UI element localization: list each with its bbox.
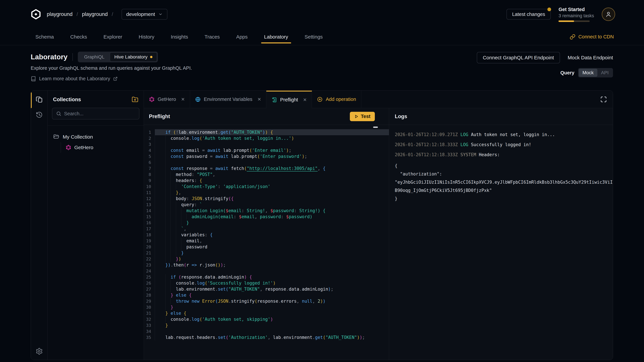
- log-timestamp: 2026-01-26T12:12:18.333Z: [395, 142, 460, 147]
- search-input[interactable]: [64, 111, 135, 116]
- code-line-4: 4 const email = await lab.prompt('Enter …: [144, 147, 389, 153]
- rail-settings-button[interactable]: [36, 348, 43, 355]
- nav-item-traces[interactable]: Traces: [204, 28, 221, 45]
- app-header: playground / playground / development La…: [0, 0, 644, 28]
- nav-item-history[interactable]: History: [138, 28, 155, 45]
- tab-label: GetHero: [158, 96, 176, 102]
- indent-guide: [165, 250, 166, 256]
- query-toggle-label: Query: [560, 70, 574, 76]
- get-started-widget[interactable]: Get Started 3 remaining tasks: [558, 7, 594, 22]
- nav-item-apps[interactable]: Apps: [235, 28, 248, 45]
- indent-guide: [170, 190, 171, 196]
- page-title: Laboratory: [31, 53, 68, 61]
- editor-title: Preflight: [149, 113, 170, 119]
- code-line-25: 25 if (response.data.adminLogin) {: [144, 274, 389, 280]
- code-line-22: 22 }): [144, 256, 389, 262]
- graphql-icon: [66, 145, 71, 150]
- code-line-9: 9 headers: {: [144, 177, 389, 184]
- indent-guide: [170, 256, 171, 262]
- nav-item-checks[interactable]: Checks: [69, 28, 88, 45]
- mock-endpoint-button[interactable]: Mock Data Endpoint: [568, 55, 613, 60]
- indent-guide: [165, 292, 166, 298]
- sidebar-rail: [31, 91, 48, 360]
- mode-option-graphiql[interactable]: GraphiQL: [79, 53, 110, 61]
- tab-preflight[interactable]: Preflight✕: [266, 91, 312, 108]
- code-line-20: 20 password: [144, 244, 389, 250]
- indent-guide: [165, 177, 166, 184]
- environment-select[interactable]: development: [122, 9, 168, 19]
- indent-guide: [170, 298, 171, 304]
- tab-gethero[interactable]: GetHero✕: [144, 91, 190, 108]
- indent-guide: [165, 208, 166, 214]
- indent-guide: [165, 165, 166, 171]
- connect-endpoint-button[interactable]: Connect GraphQL API Endpoint: [477, 52, 560, 63]
- page-subtitle: Explore your GraphQL schema and run quer…: [31, 65, 192, 71]
- line-number: 7: [144, 165, 155, 171]
- nav-item-laboratory[interactable]: Laboratory: [263, 28, 289, 45]
- tab-add-operation[interactable]: Add operation: [312, 91, 361, 108]
- collection-item[interactable]: My Collection: [48, 132, 144, 142]
- line-number: 20: [144, 244, 155, 250]
- test-button[interactable]: Test: [350, 112, 375, 121]
- nav-item-insights[interactable]: Insights: [170, 28, 189, 45]
- indent-guide: [170, 226, 171, 232]
- breadcrumb-separator: /: [76, 11, 78, 17]
- logs-output[interactable]: 2026-01-26T12:12:09.271Z LOG Auth token …: [389, 125, 613, 360]
- line-number: 14: [144, 208, 155, 214]
- query-option-api[interactable]: API: [598, 69, 612, 77]
- header-actions: Latest changes Get Started 3 remaining t…: [506, 7, 615, 22]
- code-editor[interactable]: 1if (!lab.environment.get("AUTH_TOKEN"))…: [144, 125, 389, 360]
- breadcrumb-org[interactable]: playground: [47, 11, 72, 17]
- operation-label: GetHero: [74, 145, 93, 150]
- collection-children: GetHero: [61, 142, 144, 153]
- connect-to-cdn-link[interactable]: Connect to CDN: [570, 28, 614, 45]
- collections-title: Collections: [53, 96, 81, 103]
- breadcrumb-project[interactable]: playground: [82, 11, 108, 17]
- code-line-14: 14 mutation Login($email: String!, $pass…: [144, 208, 389, 214]
- editor-header: Preflight Test: [144, 108, 389, 125]
- close-icon[interactable]: ✕: [258, 97, 261, 102]
- log-detail-line: }: [395, 195, 613, 203]
- logs-panel: Logs 2026-01-26T12:12:09.271Z LOG Auth t…: [389, 108, 613, 360]
- indent-guide: [170, 214, 171, 220]
- line-number: 26: [144, 280, 155, 286]
- search-icon: [56, 111, 62, 116]
- indent-guide: [186, 214, 186, 220]
- line-number: 6: [144, 159, 155, 165]
- mode-option-hive-laboratory[interactable]: Hive Laboratory: [110, 52, 157, 61]
- add-collection-button[interactable]: [132, 96, 138, 103]
- log-entry: 2026-01-26T12:12:18.333Z LOG Successfull…: [395, 142, 613, 148]
- indent-guide: [170, 196, 171, 202]
- indent-guide: [181, 220, 181, 226]
- line-number: 33: [144, 322, 155, 328]
- hive-logo[interactable]: [31, 9, 41, 19]
- avatar[interactable]: [602, 7, 615, 21]
- nav-item-explorer[interactable]: Explorer: [102, 28, 123, 45]
- scrollbar-thumb[interactable]: [373, 126, 378, 128]
- fullscreen-button[interactable]: [594, 91, 613, 108]
- code-line-26: 26 console.log('Successfully logged in!'…: [144, 280, 389, 286]
- collections-header: Collections: [48, 91, 144, 126]
- query-option-mock[interactable]: Mock: [579, 69, 598, 77]
- learn-more-link[interactable]: Learn more about the Laboratory: [31, 76, 192, 81]
- log-detail-line: B90oqg_IjOmGtjP6CkiV5Jt695jBD0fjzPxk": [395, 186, 613, 195]
- line-number: 11: [144, 190, 155, 196]
- logs-title: Logs: [395, 113, 407, 119]
- rail-history-button[interactable]: [36, 111, 43, 119]
- tab-environment-variables[interactable]: Environment Variables✕: [190, 91, 266, 108]
- operation-item-gethero[interactable]: GetHero: [66, 142, 144, 153]
- hero-left: Laboratory GraphiQL Hive Laboratory Expl…: [31, 52, 192, 85]
- rail-collections-button[interactable]: [36, 96, 43, 103]
- code-line-27: 27 lab.environment.set("AUTH_TOKEN", res…: [144, 286, 389, 292]
- code-line-12: 12 body: JSON.stringify({: [144, 196, 389, 202]
- learn-more-label: Learn more about the Laboratory: [39, 76, 110, 81]
- line-number: 10: [144, 184, 155, 190]
- nav-item-settings[interactable]: Settings: [304, 28, 324, 45]
- line-number: 17: [144, 226, 155, 232]
- line-number: 30: [144, 304, 155, 310]
- nav-item-schema[interactable]: Schema: [34, 28, 55, 45]
- close-icon[interactable]: ✕: [181, 97, 185, 102]
- close-icon[interactable]: ✕: [303, 97, 307, 103]
- latest-changes-button[interactable]: Latest changes: [506, 9, 551, 19]
- indent-guide: [165, 316, 166, 322]
